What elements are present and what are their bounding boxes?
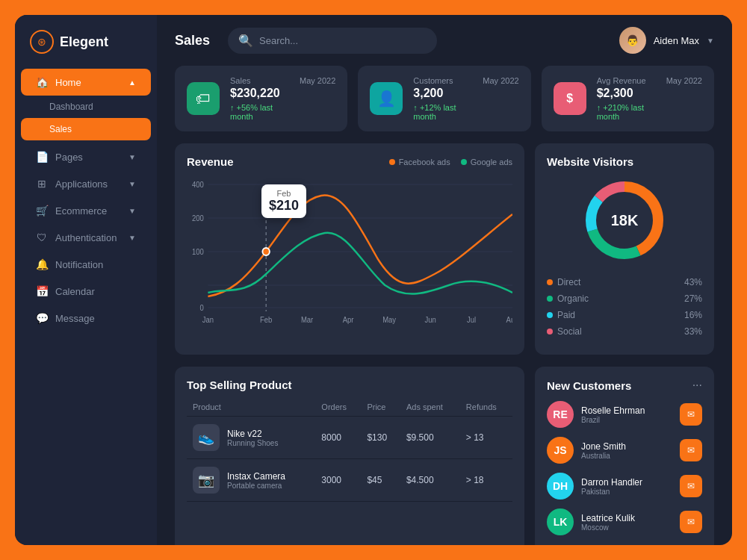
table-head: Product Orders Price Ads spent Refunds	[187, 398, 512, 417]
revenue-stat-info: Avg Revenue $2,300 ↑ +210% last month	[597, 76, 656, 121]
visitor-pct-direct: 43%	[684, 277, 702, 287]
visitor-stat-organic: Organic 27%	[547, 293, 702, 304]
svg-text:200: 200	[192, 214, 204, 223]
sales-stat-label: Sales	[230, 76, 289, 85]
product-cell-inner: 👟 Nike v22 Running Shoes	[193, 424, 309, 451]
sidebar-item-calendar[interactable]: 📅 Calendar	[21, 278, 151, 305]
search-input[interactable]	[259, 35, 427, 46]
nav-sub-home: Dashboard Sales	[15, 96, 157, 140]
header: Sales 🔍 👨 Aiden Max ▼	[157, 15, 732, 66]
page-title: Sales	[175, 33, 210, 49]
new-customers-card: New Customers ··· RE Roselle Ehrman Braz…	[535, 367, 714, 545]
sidebar-item-authentication[interactable]: 🛡 Authentication ▼	[21, 224, 151, 251]
revenue-stat-change: ↑ +210% last month	[597, 103, 656, 121]
sidebar-item-dashboard[interactable]: Dashboard	[21, 96, 151, 118]
middle-row: Revenue Facebook ads Google ads	[175, 143, 714, 355]
customer-name-0: Roselle Ehrman	[581, 405, 672, 416]
customers-stat-label: Customers	[413, 76, 472, 85]
sales-stat-month: May 2022	[300, 76, 335, 85]
customer-name-3: Leatrice Kulik	[581, 513, 672, 523]
svg-text:Mar: Mar	[301, 316, 314, 324]
revenue-stat-value: $2,300	[597, 87, 656, 100]
col-orders: Orders	[315, 398, 361, 417]
logo-text: Elegent	[60, 34, 108, 50]
user-dropdown-icon[interactable]: ▼	[707, 37, 714, 45]
products-table: Product Orders Price Ads spent Refunds	[187, 398, 512, 502]
dot-paid	[547, 312, 553, 318]
legend-label-google: Google ads	[471, 158, 512, 167]
product-cell-inner-2: 📷 Instax Camera Portable camera	[193, 467, 309, 494]
dot-organic	[547, 296, 553, 302]
donut-wrapper: 18K	[580, 175, 669, 265]
sidebar-item-ecommerce[interactable]: 🛒 Ecommerce ▼	[21, 197, 151, 224]
customer-name-1: Jone Smith	[581, 441, 672, 452]
visitor-pct-social: 33%	[684, 326, 702, 337]
dot-social	[547, 329, 553, 335]
sidebar-item-label: Ecommerce	[55, 205, 107, 217]
sales-stat-value: $230,220	[230, 87, 289, 100]
customers-title: New Customers	[547, 379, 631, 392]
sidebar-item-label: Calendar	[55, 286, 95, 297]
avatar: 👨	[619, 27, 646, 54]
home-icon: 🏠	[36, 76, 48, 88]
visitor-stat-direct: Direct 43%	[547, 277, 702, 287]
legend-dot-google	[461, 159, 467, 165]
svg-text:Aug: Aug	[506, 316, 512, 324]
svg-text:0: 0	[199, 304, 204, 312]
mail-button-1[interactable]: ✉	[680, 439, 702, 461]
mail-button-0[interactable]: ✉	[680, 403, 702, 426]
legend-label-facebook: Facebook ads	[399, 158, 450, 167]
price-2: $45	[361, 459, 400, 502]
product-thumb-2: 📷	[193, 467, 220, 494]
refunds-1: > 13	[460, 417, 512, 459]
sidebar-item-label: Applications	[55, 178, 108, 190]
search-bar[interactable]: 🔍	[228, 28, 437, 54]
chevron-down-icon: ▼	[128, 207, 136, 215]
logo-icon: ⊛	[30, 30, 54, 54]
stat-card-customers: 👤 Customers 3,200 ↑ +12% last month May …	[358, 66, 530, 131]
search-icon: 🔍	[238, 34, 253, 48]
sidebar-item-message[interactable]: 💬 Message	[21, 305, 151, 332]
header-right: 👨 Aiden Max ▼	[619, 27, 714, 54]
more-options-icon[interactable]: ···	[692, 379, 702, 392]
sidebar-item-home[interactable]: 🏠 Home ▲	[21, 69, 151, 96]
revenue-chart-card: Revenue Facebook ads Google ads	[175, 143, 524, 355]
chart-legend: Facebook ads Google ads	[389, 158, 512, 167]
product-name-2: Instax Camera	[227, 471, 285, 482]
table-row: 👟 Nike v22 Running Shoes 8000 $130	[187, 417, 512, 459]
sidebar-item-pages[interactable]: 📄 Pages ▼	[21, 143, 151, 170]
orders-2: 3000	[315, 459, 361, 502]
products-card: Top Selling Product Product Orders Price…	[175, 367, 524, 545]
svg-point-10	[262, 248, 269, 255]
price-1: $130	[361, 417, 400, 459]
table-body: 👟 Nike v22 Running Shoes 8000 $130	[187, 417, 512, 502]
customer-avatar-2: DH	[547, 473, 574, 500]
ads-2: $4.500	[400, 459, 460, 502]
svg-text:100: 100	[192, 248, 204, 256]
refunds-2: > 18	[460, 459, 512, 502]
svg-text:Jun: Jun	[424, 316, 436, 324]
customer-avatar-3: LK	[547, 508, 574, 535]
dashboard: ⊛ Elegent 🏠 Home ▲ Dashboard Sales	[15, 15, 732, 545]
visitors-card: Website Visitors 18K	[535, 143, 714, 355]
legend-facebook: Facebook ads	[389, 158, 450, 167]
tooltip-value: $210	[269, 198, 299, 214]
mail-button-2[interactable]: ✉	[680, 475, 702, 497]
visitor-label-social: Social	[547, 326, 582, 337]
chevron-down-icon: ▼	[128, 234, 136, 242]
mail-button-3[interactable]: ✉	[680, 511, 702, 533]
svg-text:May: May	[382, 316, 396, 324]
table-row: 📷 Instax Camera Portable camera 3000 $45	[187, 459, 512, 502]
message-icon: 💬	[36, 312, 48, 324]
customers-stat-value: 3,200	[413, 87, 472, 100]
sidebar-item-sales[interactable]: Sales	[21, 118, 151, 140]
visitors-title: Website Visitors	[547, 155, 702, 168]
sidebar-item-notification[interactable]: 🔔 Notification	[21, 251, 151, 278]
product-info-2: Instax Camera Portable camera	[227, 471, 285, 490]
svg-text:400: 400	[192, 181, 204, 189]
ads-1: $9.500	[400, 417, 460, 459]
stat-card-revenue: $ Avg Revenue $2,300 ↑ +210% last month …	[542, 66, 714, 131]
customers-stat-info: Customers 3,200 ↑ +12% last month	[413, 76, 472, 121]
customer-info-1: Jone Smith Australia	[581, 441, 672, 460]
sidebar-item-applications[interactable]: ⊞ Applications ▼	[21, 170, 151, 197]
